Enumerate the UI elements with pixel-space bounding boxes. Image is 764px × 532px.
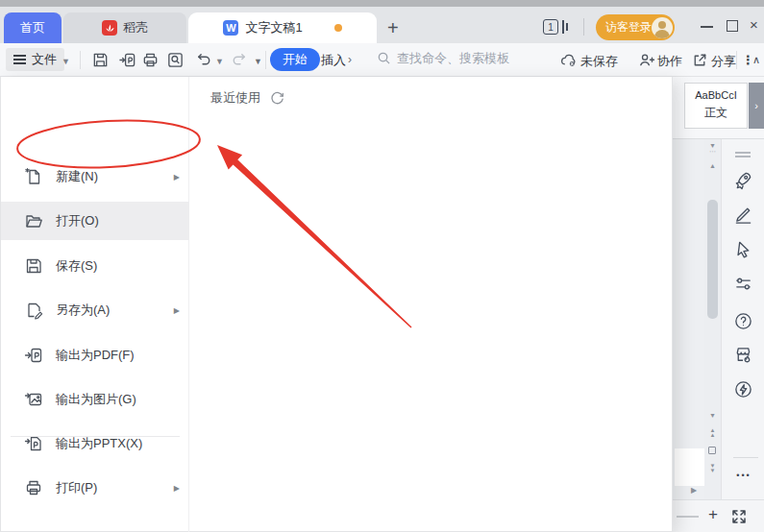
new-tab-button[interactable]: + [387, 16, 399, 39]
flash-icon[interactable] [732, 378, 753, 399]
avatar [652, 17, 673, 38]
save-icon [24, 256, 43, 276]
collapse-ribbon-button[interactable]: ∧ [752, 54, 760, 66]
quick-toolbar: 文件 ▼ ▼ ▼ 开始 插入 › [0, 43, 764, 77]
zoom-slider[interactable] [677, 516, 699, 518]
menu-item-label: 打印(P) [56, 479, 97, 496]
toolbar-divider [736, 51, 737, 69]
share-button[interactable]: 分享 [711, 53, 736, 70]
style-gallery-item-normal[interactable]: AaBbCcI 正文 [684, 83, 748, 129]
menu-item-label: 输出为PDF(F) [56, 347, 135, 364]
vertical-scrollbar[interactable]: ▼⋯ ▲ ▼ ▲▲ ▼▼ [704, 139, 721, 499]
menu-item-label: 输出为PPTX(X) [56, 435, 142, 452]
store-hot-icon[interactable] [732, 344, 753, 365]
ribbon-tab-insert[interactable]: 插入 [321, 52, 346, 69]
new-document-icon [24, 167, 43, 186]
sidebar-drag-handle-icon[interactable] [732, 144, 753, 165]
ribbon-tabs-overflow-icon[interactable]: › [348, 53, 352, 66]
ribbon-tab-insert-label: 插入 [321, 53, 346, 67]
tab-document[interactable]: W 文字文稿1 [188, 12, 377, 43]
menu-item-share-doc[interactable]: 分享文档(D) [1, 520, 189, 532]
guest-login-button[interactable]: 访客登录 [596, 14, 675, 40]
scroll-down-arrow-icon[interactable]: ▼ [706, 412, 719, 419]
menu-item-label: 输出为图片(G) [56, 391, 136, 408]
window-count-bar-icon [566, 23, 568, 31]
file-menu-dropdown: 新建(N) ▶ 打开(O) 保存(S) 另存为(A) ▶ [0, 77, 673, 532]
export-pdf-button[interactable] [117, 50, 136, 69]
share-icon [690, 50, 709, 69]
export-pptx-icon [24, 434, 43, 453]
minimize-button[interactable] [701, 26, 713, 28]
scrollbar-thumb[interactable] [707, 200, 718, 319]
command-search[interactable] [377, 50, 537, 66]
previous-page-button[interactable]: ▲▲ [706, 428, 719, 438]
rocket-icon[interactable] [732, 169, 753, 190]
recent-files-title: 最近使用 [210, 89, 260, 107]
ribbon-tab-home[interactable]: 开始 [270, 48, 320, 71]
zoom-in-button[interactable]: + [708, 505, 718, 524]
file-menu-button[interactable]: 文件 [6, 48, 64, 71]
pen-icon[interactable] [732, 204, 753, 225]
page-corner [675, 448, 704, 486]
menu-item-save-as[interactable]: 另存为(A) ▶ [1, 291, 189, 329]
close-button[interactable]: × [750, 16, 758, 33]
menu-item-print[interactable]: 打印(P) ▶ [1, 469, 189, 507]
menu-item-save[interactable]: 保存(S) [1, 247, 189, 285]
unsaved-dot-icon [334, 24, 342, 32]
file-menu-label: 文件 [32, 51, 57, 68]
file-menu-chevron-icon[interactable]: ▼ [62, 57, 70, 66]
toolbar-divider [80, 51, 81, 69]
style-sample-text: AaBbCcI [685, 89, 747, 101]
toolbar-more-chevron-icon[interactable]: ▼ [254, 57, 262, 66]
window-count-badge[interactable]: 1 [543, 19, 558, 35]
wps-writer-window: 首页 稻壳 W 文字文稿1 + 1 访客登录 × 文件 ▼ [0, 0, 764, 532]
undo-button[interactable] [194, 50, 213, 69]
hscroll-right-arrow-icon[interactable]: ▶ [691, 486, 697, 495]
browse-object-button[interactable] [708, 447, 716, 454]
printer-icon [24, 478, 43, 497]
fullscreen-icon[interactable] [730, 508, 748, 525]
menu-item-export-pptx[interactable]: 输出为PPTX(X) [1, 424, 189, 463]
ruler-toggle-icon[interactable]: ▼⋯ [706, 143, 719, 155]
unsaved-status[interactable]: 未保存 [580, 53, 618, 70]
redo-button[interactable] [229, 50, 248, 69]
menu-item-label: 保存(S) [56, 257, 97, 275]
menu-item-new[interactable]: 新建(N) ▶ [1, 157, 189, 196]
scroll-up-arrow-icon[interactable]: ▲ [706, 162, 719, 169]
save-button[interactable] [90, 50, 110, 69]
collaborate-icon [636, 50, 655, 69]
maximize-button[interactable] [727, 20, 738, 32]
sidebar-divider [733, 457, 758, 458]
sidebar-more-button[interactable]: ••• [729, 471, 758, 480]
print-button[interactable] [140, 50, 160, 69]
undo-dropdown-chevron-icon[interactable]: ▼ [215, 57, 224, 66]
sliders-icon[interactable] [732, 273, 753, 294]
cursor-icon[interactable] [732, 238, 753, 259]
search-icon [377, 51, 391, 65]
help-icon[interactable] [732, 310, 753, 331]
refresh-icon[interactable] [270, 91, 284, 106]
hamburger-icon [13, 53, 26, 66]
print-preview-button[interactable] [165, 50, 185, 69]
tab-docer-label: 稻壳 [123, 19, 148, 36]
next-page-button[interactable]: ▼▼ [706, 464, 719, 473]
style-name: 正文 [685, 105, 747, 121]
statusbar: + [673, 499, 764, 532]
tab-home[interactable]: 首页 [4, 12, 62, 43]
right-sidebar: ••• [721, 139, 764, 499]
tab-home-label: 首页 [20, 19, 45, 36]
menu-item-open[interactable]: 打开(O) [1, 202, 189, 240]
ribbon-tab-home-label: 开始 [283, 51, 308, 68]
style-gallery-expand-button[interactable]: › [749, 83, 764, 129]
menu-item-label: 新建(N) [56, 168, 98, 185]
menu-item-export-image[interactable]: 输出为图片(G) [1, 380, 189, 419]
tab-document-label: 文字文稿1 [245, 19, 302, 36]
submenu-arrow-icon: ▶ [174, 306, 180, 315]
export-pdf-icon [24, 346, 43, 365]
menu-item-export-pdf[interactable]: 输出为PDF(F) [1, 336, 189, 375]
tab-docer[interactable]: 稻壳 [63, 12, 186, 43]
window-count-bar-icon [562, 20, 564, 34]
search-input[interactable] [395, 50, 537, 66]
guest-login-label: 访客登录 [605, 19, 652, 36]
collaborate-button[interactable]: 协作 [657, 53, 682, 70]
